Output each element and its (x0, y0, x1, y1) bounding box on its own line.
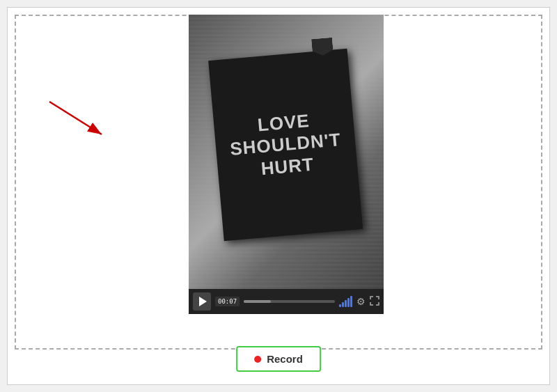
video-player: LOVE SHOULDN'T HURT 00:07 ⚙ (189, 15, 384, 314)
vol-bar-1 (339, 304, 341, 307)
fullscreen-icon[interactable] (370, 296, 379, 308)
vol-bar-3 (345, 300, 347, 307)
vol-bar-4 (347, 298, 350, 307)
arrow-annotation (36, 91, 119, 147)
record-button-wrapper: Record (236, 346, 321, 372)
record-label: Record (267, 353, 303, 365)
vol-bar-5 (350, 296, 352, 307)
sign-text: LOVE SHOULDN'T HURT (228, 107, 344, 182)
time-display: 00:07 (215, 297, 240, 306)
progress-fill (244, 300, 271, 303)
sign-graphic: LOVE SHOULDN'T HURT (208, 49, 363, 241)
volume-indicator (339, 296, 352, 307)
sign-tag (311, 38, 334, 57)
play-button[interactable] (193, 292, 211, 311)
progress-bar[interactable] (244, 300, 335, 303)
main-container: LOVE SHOULDN'T HURT 00:07 ⚙ (7, 7, 550, 385)
record-button[interactable]: Record (236, 346, 321, 372)
record-dot-icon (254, 356, 261, 363)
settings-icon[interactable]: ⚙ (356, 296, 366, 307)
video-controls-bar: 00:07 ⚙ (189, 289, 384, 314)
video-frame: LOVE SHOULDN'T HURT (189, 15, 384, 289)
svg-line-1 (49, 102, 102, 134)
play-icon (199, 297, 207, 306)
vol-bar-2 (342, 302, 344, 307)
